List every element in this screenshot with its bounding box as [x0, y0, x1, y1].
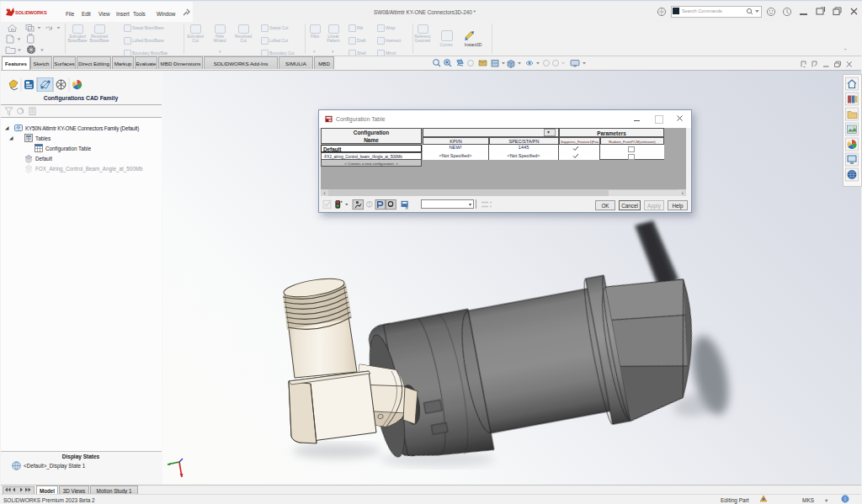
- svg-text:SOLIDWORKS: SOLIDWORKS: [15, 10, 47, 15]
